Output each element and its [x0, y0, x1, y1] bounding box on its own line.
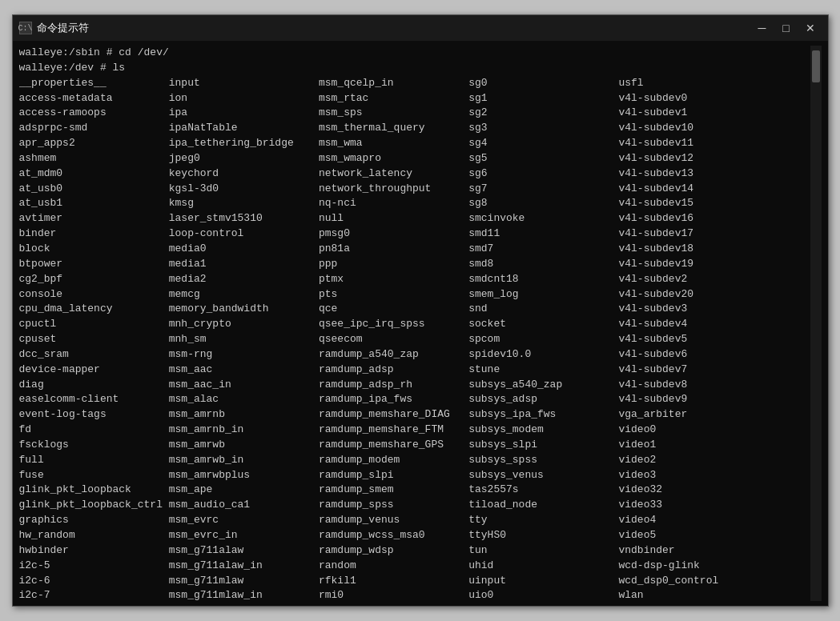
terminal-line: cg2_bpf media2 ptmx smdcnt18 v4l-subdev2 — [19, 272, 810, 287]
terminal-line: full msm_amrwb_in ramdump_modem subsys_s… — [19, 453, 810, 468]
terminal-line: access-ramoops ipa msm_sps sg2 v4l-subde… — [19, 106, 810, 121]
terminal-line: at_usb0 kgsl-3d0 network_throughput sg7 … — [19, 182, 810, 197]
terminal-line: graphics msm_evrc ramdump_venus tty vide… — [19, 513, 810, 528]
titlebar: C:\ 命令提示符 ─ □ ✕ — [13, 15, 828, 41]
terminal-line: at_mdm0 keychord network_latency sg6 v4l… — [19, 166, 810, 182]
close-button[interactable]: ✕ — [799, 20, 822, 36]
terminal-line: cpuctl mnh_crypto qsee_ipc_irq_spss sock… — [19, 317, 810, 332]
terminal-line: hw_random msm_evrc_in ramdump_wcss_msa0 … — [19, 528, 810, 543]
terminal-line: apr_apps2 ipa_tethering_bridge msm_wma s… — [19, 136, 810, 151]
terminal-line: fd msm_amrnb_in ramdump_memshare_FTM sub… — [19, 423, 810, 438]
terminal-line: at_usb1 kmsg nq-nci sg8 v4l-subdev15 — [19, 196, 810, 211]
terminal-line: i2c-5 msm_g711alaw_in random uhid wcd-ds… — [19, 559, 810, 574]
terminal-line: block media0 pn81a smd7 v4l-subdev18 — [19, 242, 810, 257]
terminal-line: ashmem jpeg0 msm_wmapro sg5 v4l-subdev12 — [19, 151, 810, 166]
terminal-line: console memcg pts smem_log v4l-subdev20 — [19, 287, 810, 302]
terminal-line: i2c-6 msm_g711mlaw rfkil1 uinput wcd_dsp… — [19, 574, 810, 589]
terminal-output: walleye:/sbin # cd /dev/walleye:/dev # l… — [19, 46, 810, 601]
terminal-window: C:\ 命令提示符 ─ □ ✕ walleye:/sbin # cd /dev/… — [12, 14, 829, 607]
app-icon: C:\ — [19, 22, 32, 34]
scrollbar-thumb[interactable] — [812, 50, 820, 82]
terminal-line: glink_pkt_loopback_ctrl msm_audio_ca1 ra… — [19, 498, 810, 513]
terminal-line: fscklogs msm_amrwb ramdump_memshare_GPS … — [19, 438, 810, 453]
window-title: 命令提示符 — [37, 21, 751, 35]
maximize-button[interactable]: □ — [775, 20, 798, 36]
terminal-line: glink_pkt_loopback msm_ape ramdump_smem … — [19, 483, 810, 498]
terminal-line: btpower media1 ppp smd8 v4l-subdev19 — [19, 257, 810, 272]
terminal-line: device-mapper msm_aac ramdump_adsp stune… — [19, 363, 810, 378]
terminal-line: adsprpc-smd ipaNatTable msm_thermal_quer… — [19, 121, 810, 136]
terminal-line: event-log-tags msm_amrnb ramdump_memshar… — [19, 407, 810, 423]
terminal-line: i2c-7 msm_g711mlaw_in rmi0 uio0 wlan — [19, 588, 810, 601]
scrollbar[interactable] — [810, 46, 822, 601]
terminal-body[interactable]: walleye:/sbin # cd /dev/walleye:/dev # l… — [13, 41, 828, 606]
terminal-line: access-metadata ion msm_rtac sg1 v4l-sub… — [19, 91, 810, 106]
terminal-line: walleye:/sbin # cd /dev/ — [19, 46, 810, 61]
terminal-line: binder loop-control pmsg0 smd11 v4l-subd… — [19, 226, 810, 242]
terminal-line: avtimer laser_stmv15310 null smcinvoke v… — [19, 211, 810, 226]
terminal-line: fuse msm_amrwbplus ramdump_slpi subsys_v… — [19, 468, 810, 483]
terminal-line: easelcomm-client msm_alac ramdump_ipa_fw… — [19, 392, 810, 407]
terminal-line: hwbinder msm_g711alaw ramdump_wdsp tun v… — [19, 543, 810, 559]
terminal-line: dcc_sram msm-rng ramdump_a540_zap spidev… — [19, 347, 810, 363]
terminal-line: cpuset mnh_sm qseecom spcom v4l-subdev5 — [19, 332, 810, 347]
terminal-line: diag msm_aac_in ramdump_adsp_rh subsys_a… — [19, 378, 810, 393]
terminal-line: cpu_dma_latency memory_bandwidth qce snd… — [19, 302, 810, 317]
terminal-line: __properties__ input msm_qcelp_in sg0 us… — [19, 76, 810, 91]
window-controls: ─ □ ✕ — [751, 20, 822, 36]
terminal-line: walleye:/dev # ls — [19, 61, 810, 76]
minimize-button[interactable]: ─ — [751, 20, 774, 36]
